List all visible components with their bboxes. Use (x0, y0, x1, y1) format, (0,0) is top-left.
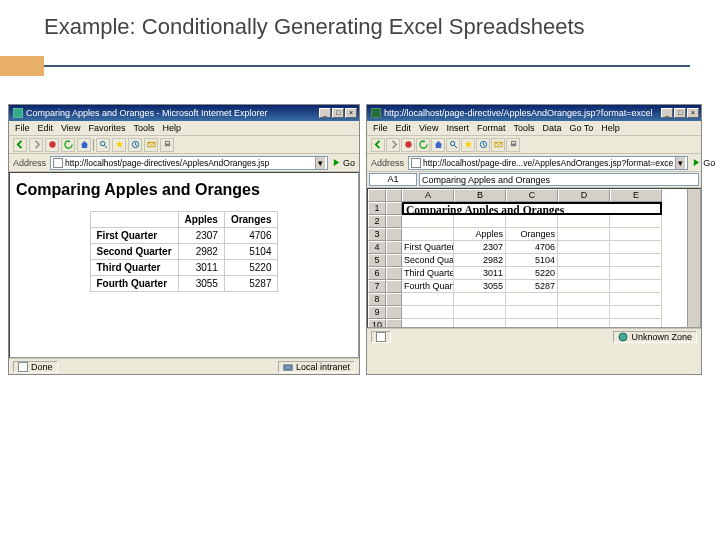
address-url: http://localhost/page-dire...ve/ApplesAn… (423, 158, 673, 168)
menu-help[interactable]: Help (601, 123, 620, 133)
print-button[interactable] (506, 138, 520, 152)
menu-favorites[interactable]: Favorites (88, 123, 125, 133)
cell[interactable]: 5220 (506, 267, 558, 280)
formula-bar[interactable]: Comparing Apples and Oranges (419, 173, 699, 186)
go-button[interactable]: Go (692, 158, 715, 168)
cell[interactable]: Third Quarter (402, 267, 454, 280)
menu-format[interactable]: Format (477, 123, 506, 133)
maximize-button[interactable]: □ (332, 108, 344, 118)
mail-button[interactable] (491, 138, 505, 152)
slide-title: Example: Conditionally Generating Excel … (0, 0, 720, 48)
cell[interactable]: Fourth Quarter (402, 280, 454, 293)
cell[interactable]: 4706 (506, 241, 558, 254)
refresh-button[interactable] (416, 138, 430, 152)
back-button[interactable] (13, 138, 27, 152)
excel-grid[interactable]: A B C D E 1 Comparing Apples and Oranges… (368, 189, 687, 328)
menu-tools[interactable]: Tools (513, 123, 534, 133)
address-label: Address (371, 158, 404, 168)
row-header[interactable]: 5 (368, 254, 386, 267)
address-input[interactable]: http://localhost/page-directives/ApplesA… (50, 156, 328, 170)
address-dropdown-button[interactable]: ▾ (315, 157, 325, 169)
zone-text: Unknown Zone (631, 332, 692, 342)
favorites-button[interactable] (112, 138, 126, 152)
cell[interactable]: 3011 (454, 267, 506, 280)
history-button[interactable] (128, 138, 142, 152)
menu-view[interactable]: View (61, 123, 80, 133)
svg-point-0 (49, 141, 55, 147)
row-header[interactable]: 4 (368, 241, 386, 254)
ie-addressbar: Address http://localhost/page-directives… (9, 154, 359, 172)
col-header[interactable]: E (610, 189, 662, 202)
menu-edit[interactable]: Edit (396, 123, 412, 133)
print-button[interactable] (160, 138, 174, 152)
excel-statusbar: Unknown Zone (367, 328, 701, 344)
divider-line (44, 65, 690, 67)
row-header[interactable]: 1 (368, 202, 386, 215)
col-header[interactable]: D (558, 189, 610, 202)
menu-help[interactable]: Help (162, 123, 181, 133)
row-header[interactable]: 2 (368, 215, 386, 228)
row-header[interactable]: 10 (368, 319, 386, 328)
excel-titlebar: http://localhost/page-directive/ApplesAn… (367, 105, 701, 121)
home-button[interactable] (431, 138, 445, 152)
cell[interactable]: Oranges (506, 228, 558, 241)
close-button[interactable]: × (687, 108, 699, 118)
html-table: Apples Oranges First Quarter23074706 Sec… (90, 211, 279, 292)
ie-toolbar (9, 136, 359, 154)
cell[interactable]: Apples (454, 228, 506, 241)
cell[interactable]: 3055 (454, 280, 506, 293)
name-box[interactable]: A1 (369, 173, 417, 186)
col-header[interactable]: C (506, 189, 558, 202)
cell[interactable]: 2307 (454, 241, 506, 254)
stop-button[interactable] (401, 138, 415, 152)
cell[interactable]: Second Quarter (402, 254, 454, 267)
row-header[interactable]: 7 (368, 280, 386, 293)
menu-edit[interactable]: Edit (38, 123, 54, 133)
menu-view[interactable]: View (419, 123, 438, 133)
cell[interactable]: First Quarter (402, 241, 454, 254)
back-button[interactable] (371, 138, 385, 152)
table-row: First Quarter23074706 (90, 228, 278, 244)
menu-file[interactable]: File (15, 123, 30, 133)
cell[interactable]: 5104 (506, 254, 558, 267)
go-button[interactable]: Go (332, 158, 355, 168)
favorites-button[interactable] (461, 138, 475, 152)
page-icon (53, 158, 63, 168)
forward-button[interactable] (29, 138, 43, 152)
cell-heading[interactable]: Comparing Apples and Oranges (402, 202, 662, 215)
table-row: Fourth Quarter30555287 (90, 276, 278, 292)
select-all-cell[interactable] (368, 189, 386, 202)
col-header[interactable]: A (402, 189, 454, 202)
menu-insert[interactable]: Insert (446, 123, 469, 133)
search-button[interactable] (446, 138, 460, 152)
menu-data[interactable]: Data (542, 123, 561, 133)
menu-goto[interactable]: Go To (569, 123, 593, 133)
row-header[interactable]: 8 (368, 293, 386, 306)
zone-text: Local intranet (296, 362, 350, 372)
cell[interactable]: 2982 (454, 254, 506, 267)
address-input[interactable]: http://localhost/page-dire...ve/ApplesAn… (408, 156, 688, 170)
row-header[interactable]: 6 (368, 267, 386, 280)
menu-tools[interactable]: Tools (133, 123, 154, 133)
menu-file[interactable]: File (373, 123, 388, 133)
ie-statusbar: Done Local intranet (9, 358, 359, 374)
col-header[interactable]: B (454, 189, 506, 202)
svg-point-7 (405, 141, 411, 147)
page-heading: Comparing Apples and Oranges (16, 181, 352, 199)
maximize-button[interactable]: □ (674, 108, 686, 118)
search-button[interactable] (96, 138, 110, 152)
mail-button[interactable] (144, 138, 158, 152)
row-header[interactable]: 9 (368, 306, 386, 319)
minimize-button[interactable]: _ (319, 108, 331, 118)
home-button[interactable] (77, 138, 91, 152)
cell[interactable]: 5287 (506, 280, 558, 293)
close-button[interactable]: × (345, 108, 357, 118)
stop-button[interactable] (45, 138, 59, 152)
history-button[interactable] (476, 138, 490, 152)
address-dropdown-button[interactable]: ▾ (675, 157, 685, 169)
row-header[interactable]: 3 (368, 228, 386, 241)
vertical-scrollbar[interactable] (687, 189, 700, 328)
forward-button[interactable] (386, 138, 400, 152)
minimize-button[interactable]: _ (661, 108, 673, 118)
refresh-button[interactable] (61, 138, 75, 152)
